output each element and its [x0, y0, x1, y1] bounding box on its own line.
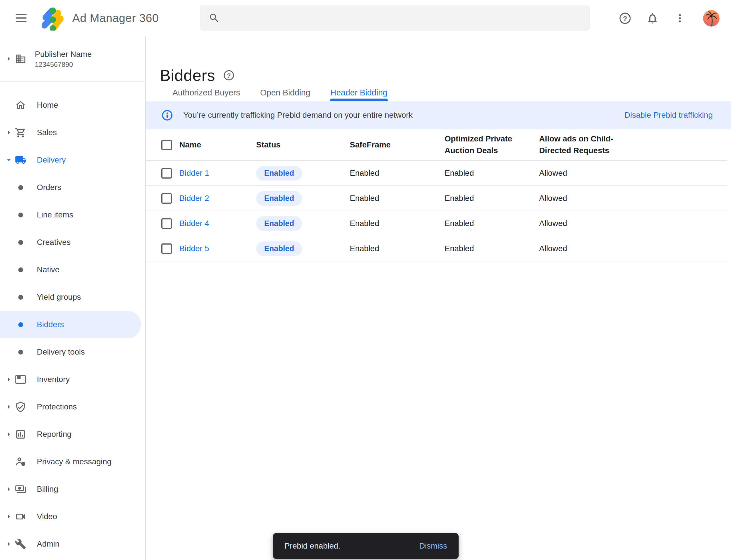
status-badge: Enabled — [256, 216, 302, 231]
home-icon — [15, 99, 26, 111]
global-search[interactable] — [200, 5, 590, 31]
sidebar-item-video[interactable]: Video — [0, 503, 141, 530]
tab-open-bidding[interactable]: Open Bidding — [260, 85, 311, 101]
info-icon — [161, 109, 173, 121]
bidder-link[interactable]: Bidder 5 — [179, 244, 209, 253]
table-row: Bidder 2 Enabled Enabled Enabled Allowed — [146, 186, 727, 211]
sidebar-item-billing[interactable]: Billing — [0, 475, 141, 503]
main-content: Bidders ? Authorized Buyers Open Bidding… — [146, 36, 731, 560]
safeframe-value: Enabled — [350, 194, 444, 203]
help-icon[interactable]: ? — [223, 69, 235, 81]
report-chart-icon — [15, 429, 26, 440]
sidebar: Publisher Name 1234567890 Home Sales — [0, 36, 146, 560]
column-header-safeframe[interactable]: SafeFrame — [350, 140, 444, 149]
prebid-info-banner: You’re currently trafficking Prebid dema… — [146, 101, 731, 129]
table-row: Bidder 1 Enabled Enabled Enabled Allowed — [146, 161, 727, 186]
row-checkbox[interactable] — [161, 243, 172, 254]
ad-manager-logo-icon — [42, 5, 64, 31]
publisher-switcher[interactable]: Publisher Name 1234567890 — [0, 36, 145, 82]
top-app-bar: Ad Manager 360 ? — [0, 0, 731, 36]
sidebar-item-sales[interactable]: Sales — [0, 119, 141, 146]
chevron-right-icon — [5, 485, 13, 493]
search-input[interactable] — [227, 13, 590, 23]
top-actions: ? — [618, 0, 731, 36]
chevron-right-icon — [5, 512, 13, 521]
videocam-icon — [15, 511, 26, 522]
child-directed-value: Allowed — [539, 194, 727, 203]
column-header-name[interactable]: Name — [179, 140, 256, 149]
column-header-child-directed[interactable]: Allow ads on Child-Directed Requests — [539, 133, 625, 156]
cart-icon — [15, 127, 26, 138]
truck-icon — [15, 154, 26, 166]
bullet-icon — [18, 185, 23, 190]
search-icon — [209, 12, 220, 24]
sidebar-item-creatives[interactable]: Creatives — [0, 229, 141, 256]
bidder-link[interactable]: Bidder 2 — [179, 194, 209, 203]
bullet-icon — [18, 295, 23, 300]
menu-icon[interactable] — [16, 14, 27, 22]
table-row: Bidder 5 Enabled Enabled Enabled Allowed — [146, 236, 727, 261]
safeframe-value: Enabled — [350, 219, 444, 228]
bidder-link[interactable]: Bidder 4 — [179, 219, 209, 228]
wrench-icon — [15, 538, 26, 550]
publisher-id: 1234567890 — [35, 60, 92, 69]
sidebar-item-admin[interactable]: Admin — [0, 530, 141, 558]
tab-bar: Authorized Buyers Open Bidding Header Bi… — [172, 85, 388, 101]
chevron-right-icon — [5, 540, 13, 548]
bullet-icon — [18, 267, 23, 272]
child-directed-value: Allowed — [539, 169, 727, 178]
sidebar-item-inventory[interactable]: Inventory — [0, 366, 141, 393]
svg-text:?: ? — [227, 72, 231, 79]
column-header-private-auction[interactable]: Optimized Private Auction Deals — [444, 133, 519, 156]
private-auction-value: Enabled — [444, 244, 539, 253]
publisher-building-icon — [15, 53, 26, 65]
dismiss-button[interactable]: Dismiss — [419, 541, 447, 551]
svg-text:?: ? — [623, 15, 627, 22]
sidebar-item-orders[interactable]: Orders — [0, 174, 141, 201]
private-auction-value: Enabled — [444, 169, 539, 178]
chevron-right-icon — [5, 430, 13, 439]
notifications-icon[interactable] — [646, 12, 659, 25]
chevron-right-icon — [5, 128, 13, 137]
bullet-icon — [18, 322, 23, 327]
row-checkbox[interactable] — [161, 193, 172, 204]
select-all-checkbox[interactable] — [161, 140, 172, 150]
disable-prebid-trafficking-link[interactable]: Disable Prebid trafficking — [624, 111, 713, 120]
avatar[interactable] — [703, 10, 720, 27]
sidebar-item-home[interactable]: Home — [0, 91, 141, 119]
sidebar-item-yield-groups[interactable]: Yield groups — [0, 283, 141, 311]
publisher-name: Publisher Name — [35, 49, 92, 59]
page-title: Bidders — [160, 66, 215, 85]
sidebar-item-delivery-tools[interactable]: Delivery tools — [0, 338, 141, 366]
column-header-status[interactable]: Status — [256, 140, 350, 149]
sidebar-item-bidders[interactable]: Bidders — [0, 311, 141, 338]
chevron-right-icon — [5, 403, 13, 411]
toast-message: Prebid enabled. — [285, 541, 341, 551]
chevron-right-icon — [5, 55, 13, 63]
tab-authorized-buyers[interactable]: Authorized Buyers — [172, 85, 241, 101]
person-shield-icon — [15, 456, 26, 467]
row-checkbox[interactable] — [161, 168, 172, 179]
sidebar-item-privacy-messaging[interactable]: Privacy & messaging — [0, 448, 141, 475]
help-icon[interactable]: ? — [618, 12, 632, 25]
bullet-icon — [18, 350, 23, 355]
more-options-icon[interactable] — [673, 12, 686, 25]
safeframe-value: Enabled — [350, 244, 444, 253]
sidebar-item-line-items[interactable]: Line items — [0, 201, 141, 229]
child-directed-value: Allowed — [539, 219, 727, 228]
row-checkbox[interactable] — [161, 218, 172, 229]
status-badge: Enabled — [256, 241, 302, 256]
bidders-table: Name Status SafeFrame Optimized Private … — [146, 129, 727, 261]
sidebar-item-native[interactable]: Native — [0, 256, 141, 283]
sidebar-item-protections[interactable]: Protections — [0, 393, 141, 421]
bullet-icon — [18, 240, 23, 245]
shield-check-icon — [15, 401, 26, 413]
tab-header-bidding[interactable]: Header Bidding — [330, 85, 388, 101]
sidebar-item-reporting[interactable]: Reporting — [0, 421, 141, 448]
sidebar-item-delivery[interactable]: Delivery — [0, 146, 141, 174]
status-badge: Enabled — [256, 191, 302, 206]
app-title: Ad Manager 360 — [72, 12, 159, 25]
payments-icon — [15, 483, 26, 495]
chevron-right-icon — [5, 375, 13, 384]
bidder-link[interactable]: Bidder 1 — [179, 169, 209, 177]
